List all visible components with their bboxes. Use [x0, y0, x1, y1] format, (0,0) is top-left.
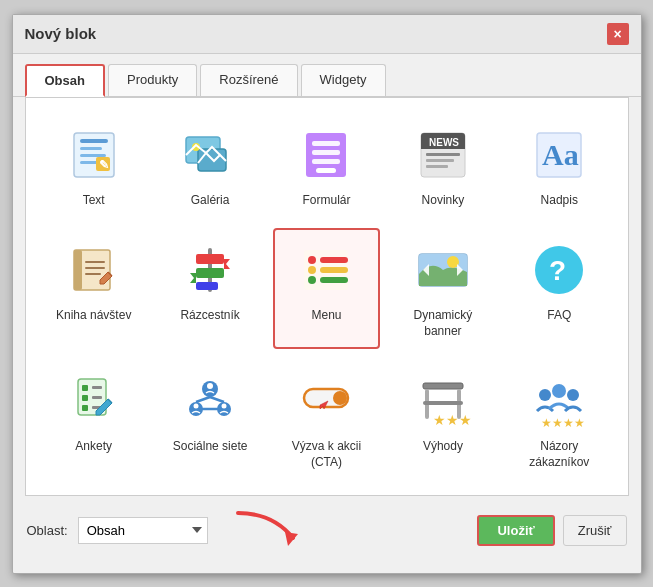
- svg-rect-48: [82, 395, 88, 401]
- vyhody-icon: ★★★: [411, 369, 475, 433]
- kniha-label: Kniha návštev: [56, 308, 131, 324]
- grid-item-razcestnik[interactable]: Rázcestník: [157, 228, 263, 349]
- svg-text:?: ?: [549, 255, 566, 286]
- svg-rect-20: [426, 159, 454, 162]
- svg-rect-3: [80, 154, 106, 157]
- svg-rect-34: [320, 257, 348, 263]
- footer-right: Uložiť Zrušiť: [477, 515, 626, 546]
- grid-item-menu[interactable]: Menu: [273, 228, 379, 349]
- svg-rect-31: [196, 282, 218, 290]
- cta-label: Výzva k akcii (CTA): [279, 439, 373, 470]
- svg-text:Aa: Aa: [542, 138, 579, 171]
- tab-widgety[interactable]: Widgety: [301, 64, 386, 96]
- content-area: ✎ Text Galéria: [25, 97, 629, 497]
- svg-marker-74: [285, 532, 298, 546]
- svg-text:NEWS: NEWS: [429, 137, 459, 148]
- svg-text:✎: ✎: [99, 158, 109, 172]
- banner-icon: [411, 238, 475, 302]
- svg-rect-11: [312, 141, 340, 146]
- grid-item-kniha[interactable]: Kniha návštev: [41, 228, 147, 349]
- nazory-label: Názory zákazníkov: [512, 439, 606, 470]
- grid-item-text[interactable]: ✎ Text: [41, 113, 147, 219]
- svg-point-61: [222, 404, 227, 409]
- svg-rect-65: [423, 383, 463, 389]
- svg-line-57: [210, 397, 224, 402]
- socialne-label: Sociálne siete: [173, 439, 248, 455]
- svg-rect-13: [312, 159, 340, 164]
- formular-icon: [294, 123, 358, 187]
- svg-point-71: [552, 384, 566, 398]
- tab-produkty[interactable]: Produkty: [108, 64, 197, 96]
- vyhody-label: Výhody: [423, 439, 463, 455]
- kniha-icon: [62, 238, 126, 302]
- svg-rect-4: [80, 161, 98, 164]
- svg-rect-21: [426, 165, 448, 168]
- text-icon: ✎: [62, 123, 126, 187]
- svg-point-59: [207, 383, 213, 389]
- svg-point-70: [539, 389, 551, 401]
- nazory-icon: ★★★★: [527, 369, 591, 433]
- cancel-button[interactable]: Zrušiť: [563, 515, 627, 546]
- svg-marker-28: [224, 259, 230, 269]
- svg-rect-47: [82, 385, 88, 391]
- svg-point-37: [308, 276, 316, 284]
- dialog-header: Nový blok ×: [13, 15, 641, 54]
- svg-rect-2: [80, 147, 102, 150]
- svg-rect-1: [80, 139, 108, 143]
- dialog-footer: Oblast: Obsah Hlavička Päta Uložiť Zruši…: [13, 496, 641, 564]
- ankety-icon: [62, 369, 126, 433]
- grid-item-ankety[interactable]: Ankety: [41, 359, 147, 480]
- svg-line-56: [196, 397, 210, 402]
- menu-label: Menu: [311, 308, 341, 324]
- grid-item-novinky[interactable]: NEWS Novinky: [390, 113, 496, 219]
- svg-point-63: [333, 391, 347, 405]
- svg-rect-25: [74, 250, 82, 290]
- grid-item-formular[interactable]: Formulár: [273, 113, 379, 219]
- svg-point-72: [567, 389, 579, 401]
- cta-icon: [294, 369, 358, 433]
- razcestnik-label: Rázcestník: [180, 308, 239, 324]
- grid-item-cta[interactable]: Výzva k akcii (CTA): [273, 359, 379, 480]
- area-select-wrapper: Obsah Hlavička Päta: [78, 517, 208, 544]
- svg-rect-50: [92, 386, 102, 389]
- svg-point-33: [308, 256, 316, 264]
- grid-item-vyhody[interactable]: ★★★ Výhody: [390, 359, 496, 480]
- svg-rect-27: [196, 254, 224, 264]
- grid-item-banner[interactable]: Dynamický banner: [390, 228, 496, 349]
- nadpis-icon: Aa: [527, 123, 591, 187]
- grid-item-faq[interactable]: ? FAQ: [506, 228, 612, 349]
- svg-rect-36: [320, 267, 348, 273]
- faq-label: FAQ: [547, 308, 571, 324]
- grid-item-galeria[interactable]: Galéria: [157, 113, 263, 219]
- tab-obsah[interactable]: Obsah: [25, 64, 105, 97]
- svg-text:★★★: ★★★: [433, 412, 471, 428]
- svg-rect-19: [426, 153, 460, 156]
- novinky-icon: NEWS: [411, 123, 475, 187]
- tab-rozsirene[interactable]: Rozšírené: [200, 64, 297, 96]
- razcestnik-icon: [178, 238, 242, 302]
- grid-item-nazory[interactable]: ★★★★ Názory zákazníkov: [506, 359, 612, 480]
- save-button[interactable]: Uložiť: [477, 515, 554, 546]
- nadpis-label: Nadpis: [541, 193, 578, 209]
- dialog: Nový blok × Obsah Produkty Rozšírené Wid…: [12, 14, 642, 574]
- novinky-label: Novinky: [422, 193, 465, 209]
- svg-rect-38: [320, 277, 348, 283]
- formular-label: Formulár: [302, 193, 350, 209]
- grid-item-socialne[interactable]: Sociálne siete: [157, 359, 263, 480]
- svg-rect-68: [423, 401, 463, 405]
- area-label: Oblast:: [27, 523, 68, 538]
- grid-item-nadpis[interactable]: Aa Nadpis: [506, 113, 612, 219]
- svg-rect-14: [316, 168, 336, 173]
- svg-point-60: [194, 404, 199, 409]
- svg-text:★★★★: ★★★★: [541, 416, 585, 429]
- galeria-icon: [178, 123, 242, 187]
- arrow-indicator: [233, 508, 303, 552]
- close-button[interactable]: ×: [607, 23, 629, 45]
- area-select[interactable]: Obsah Hlavička Päta: [78, 517, 208, 544]
- footer-left: Oblast: Obsah Hlavička Päta: [27, 508, 303, 552]
- svg-marker-30: [190, 273, 196, 283]
- text-label: Text: [83, 193, 105, 209]
- svg-rect-12: [312, 150, 340, 155]
- block-grid: ✎ Text Galéria: [41, 113, 613, 481]
- svg-point-35: [308, 266, 316, 274]
